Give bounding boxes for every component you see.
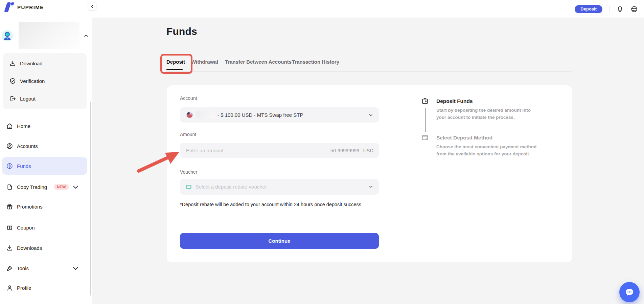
- home-icon: [6, 123, 13, 130]
- tab-transfer-between-accounts[interactable]: Transfer Between Accounts: [225, 59, 292, 65]
- coupon-ticket-icon: [6, 224, 13, 231]
- tab-withdrawal[interactable]: Withdrawal: [191, 59, 218, 65]
- redacted-username: [19, 22, 79, 49]
- sidebar-item-profile[interactable]: Profile: [2, 279, 87, 297]
- topbar-deposit-button[interactable]: Deposit: [575, 5, 602, 13]
- amount-range: 50-99999999: [330, 148, 359, 153]
- sidebar-item-label: Accounts: [17, 143, 38, 149]
- continue-button[interactable]: Continue: [180, 233, 379, 249]
- deposit-box-icon: [421, 97, 429, 105]
- topbar: [92, 0, 644, 18]
- sidebar-item-promotions[interactable]: Promotions: [2, 198, 87, 215]
- menu-item-download[interactable]: Download: [3, 55, 87, 72]
- user-profile-row[interactable]: [2, 21, 89, 50]
- download-icon: [9, 60, 16, 67]
- chevron-left-icon: [90, 4, 95, 9]
- menu-item-verification[interactable]: Verification: [3, 72, 87, 90]
- sidebar-item-tools[interactable]: Tools: [2, 259, 87, 277]
- sidebar-collapse-button[interactable]: [88, 2, 96, 10]
- account-select-value: - $ 100.00 USD - MTS Swap free STP: [217, 112, 303, 118]
- rebate-note: *Deposit rebate will be added to your ac…: [180, 202, 363, 207]
- account-quick-menu: Download Verification Logout: [3, 53, 87, 109]
- chat-bubble-icon: [624, 287, 635, 298]
- copy-document-icon: [6, 183, 13, 191]
- sidebar-item-coupon[interactable]: Coupon: [2, 219, 87, 236]
- step-connector-line: [425, 108, 426, 132]
- voucher-ticket-icon: [185, 183, 192, 190]
- page-title: Funds: [166, 26, 197, 37]
- sidebar-item-label: Downloads: [17, 245, 42, 251]
- credit-card-icon: [421, 134, 429, 142]
- shield-check-icon: [9, 78, 16, 85]
- language-globe-icon[interactable]: [630, 5, 638, 13]
- logout-icon: [9, 95, 16, 102]
- account-select[interactable]: - $ 100.00 USD - MTS Swap free STP: [180, 107, 379, 123]
- new-badge: NEW: [54, 184, 69, 190]
- topbar-actions: Deposit: [575, 0, 638, 18]
- gift-icon: [6, 203, 13, 210]
- chevron-up-icon[interactable]: [84, 33, 89, 38]
- download-icon: [6, 244, 13, 252]
- robot-avatar-icon: [2, 30, 13, 41]
- sidebar-item-label: Promotions: [17, 204, 43, 210]
- sidebar-item-label: Profile: [17, 285, 31, 291]
- sidebar-item-label: Coupon: [17, 225, 35, 231]
- menu-item-label: Download: [20, 61, 43, 66]
- notification-bell-icon[interactable]: [616, 5, 624, 13]
- user-circle-icon: [6, 143, 13, 150]
- app-window: PUPRIME Download Verification: [0, 0, 644, 304]
- avatar: [2, 30, 13, 41]
- sidebar-item-home[interactable]: Home: [2, 117, 87, 135]
- sidebar-item-label: Home: [17, 123, 30, 129]
- sidebar-item-funds[interactable]: Funds: [2, 157, 87, 175]
- chevron-down-icon[interactable]: [72, 183, 79, 191]
- us-flag-icon: [186, 111, 193, 118]
- wrench-icon: [6, 265, 13, 272]
- chevron-down-icon: [368, 112, 373, 117]
- sidebar-scrollbar[interactable]: [90, 102, 91, 296]
- sidebar-item-downloads[interactable]: Downloads: [2, 239, 87, 257]
- amount-currency: USD: [363, 148, 373, 153]
- sidebar-item-label: Copy Trading: [17, 184, 47, 190]
- step-title-select-deposit-method: Select Deposit Method: [436, 135, 492, 141]
- step-desc-deposit-funds: Start by depositing the desired amount i…: [436, 107, 542, 121]
- voucher-placeholder: Select a deposit rebate voucher: [196, 184, 267, 190]
- sidebar-item-copy-trading[interactable]: Copy Trading NEW: [2, 178, 87, 196]
- sidebar: PUPRIME Download Verification: [0, 0, 92, 304]
- amount-range-hint: 50-99999999 USD: [330, 148, 373, 153]
- sidebar-item-accounts[interactable]: Accounts: [2, 137, 87, 155]
- sidebar-item-label: Funds: [17, 163, 31, 169]
- step-title-deposit-funds: Deposit Funds: [436, 98, 473, 104]
- account-label: Account: [180, 95, 197, 101]
- step-desc-select-deposit-method: Choose the most convenient payment metho…: [436, 144, 542, 158]
- sidebar-item-label: Tools: [17, 265, 29, 271]
- live-chat-button[interactable]: [619, 282, 640, 302]
- sidebar-divider: [0, 114, 87, 114]
- person-icon: [6, 284, 13, 291]
- deposit-form-card: Account - $ 100.00 USD - MTS Swap free S…: [167, 85, 572, 262]
- annotation-arrow: [135, 147, 184, 175]
- brand-name: PUPRIME: [17, 4, 44, 10]
- voucher-select[interactable]: Select a deposit rebate voucher: [180, 179, 379, 195]
- tabs-divider: [166, 71, 572, 72]
- redacted-account-number: [196, 111, 215, 119]
- chevron-down-icon: [368, 184, 373, 189]
- menu-item-logout[interactable]: Logout: [3, 90, 87, 107]
- amount-label: Amount: [180, 132, 196, 137]
- topbar-divider: [609, 5, 610, 13]
- amount-field[interactable]: 50-99999999 USD: [180, 143, 379, 158]
- dollar-circle-icon: [6, 162, 13, 170]
- menu-item-label: Logout: [20, 96, 36, 102]
- menu-item-label: Verification: [20, 78, 45, 84]
- brand-logo: PUPRIME: [4, 2, 44, 12]
- annotation-highlight-box: [160, 54, 192, 74]
- chevron-down-icon[interactable]: [72, 265, 79, 272]
- tab-transaction-history[interactable]: Transaction History: [292, 59, 339, 65]
- puprime-logo-icon: [4, 2, 14, 12]
